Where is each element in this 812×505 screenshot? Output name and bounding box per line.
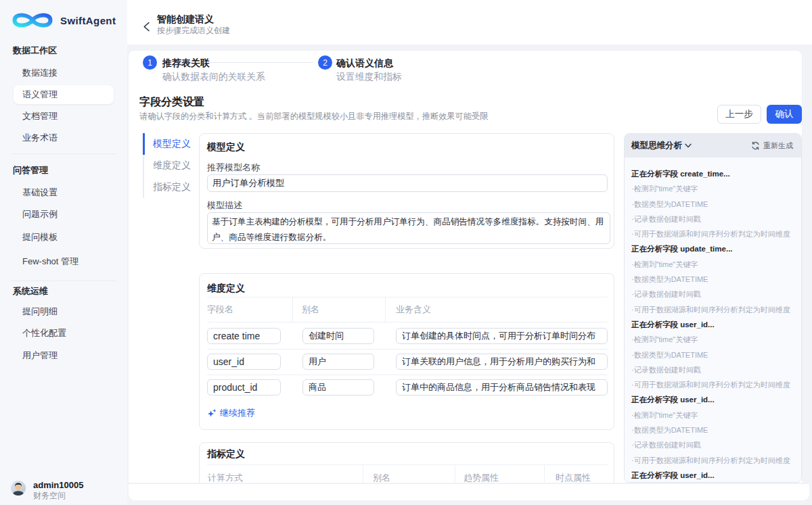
nav-section-data-workspace: 数据工作区 — [13, 45, 57, 57]
column-calc-method: 计算方式 — [208, 465, 243, 483]
column-trend-attribute: 趋势属性 — [464, 465, 499, 483]
analysis-line: ·可用于数据湖源和时间序列分析判定为时间维度 — [631, 377, 794, 392]
column-separator — [292, 297, 293, 322]
analysis-panel-header[interactable]: 模型思维分析 重新生成 — [625, 134, 801, 158]
analysis-line: 正在分析字段 user_id... — [631, 317, 794, 332]
header-title: 智能创建语义 — [157, 14, 214, 26]
sidebar-item-business-terms[interactable]: 业务术语 — [14, 128, 114, 147]
previous-step-button[interactable]: 上一步 — [717, 105, 761, 124]
column-separator — [385, 297, 386, 322]
tab-model-definition[interactable]: 模型定义 — [143, 133, 204, 155]
step-1-label: 推荐表关联 — [162, 57, 210, 70]
header-subtitle: 按步骤完成语义创建 — [157, 25, 230, 37]
nav-divider-1 — [11, 153, 116, 154]
metric-definition-title: 指标定义 — [207, 448, 245, 460]
column-separator — [544, 465, 545, 483]
model-analysis-panel: 模型思维分析 重新生成 正在分析字段 create_time... — [624, 133, 802, 483]
dimension-table-header: 字段名 别名 业务含义 — [207, 297, 608, 322]
sidebar-item-question-detail[interactable]: 提问明细 — [14, 302, 114, 321]
sidebar-item-basic-settings[interactable]: 基础设置 — [14, 183, 114, 202]
analysis-line: 正在分析字段 create_time... — [631, 166, 794, 181]
footer-bar — [129, 484, 809, 500]
regenerate-button[interactable]: 重新生成 — [751, 141, 793, 151]
analysis-line: ·记录数据创建时间戳 — [631, 287, 794, 302]
step-2-description: 设置维度和指标 — [336, 71, 402, 83]
main-content: 1 推荐表关联 确认数据表间的关联关系 2 确认语义信息 设置维度和指标 字段分… — [129, 51, 802, 483]
user-row[interactable]: admin10005 财务空间 — [11, 480, 119, 498]
column-alias: 别名 — [373, 465, 390, 483]
model-description-label: 模型描述 — [207, 199, 242, 212]
analysis-line: ·记录数据创建时间戳 — [631, 437, 794, 452]
dimension-alias-input[interactable] — [302, 354, 374, 370]
analysis-panel-title: 模型思维分析 — [631, 140, 682, 151]
column-business-meaning: 业务含义 — [396, 297, 431, 322]
analysis-line: ·数据类型为DATETIME — [631, 272, 794, 287]
user-workspace: 财务空间 — [33, 490, 66, 502]
continue-recommend-link[interactable]: 继续推荐 — [207, 408, 255, 418]
page-title: 字段分类设置 — [139, 95, 204, 110]
model-definition-title: 模型定义 — [207, 141, 245, 153]
analysis-line: ·可用于数据湖源和时间序列分析判定为时间维度 — [631, 226, 794, 241]
dimension-field-input[interactable] — [207, 354, 281, 370]
step-1-description: 确认数据表间的关联关系 — [162, 71, 265, 83]
chevron-down-icon — [685, 143, 692, 148]
brand-infinity-icon — [12, 9, 53, 32]
column-field-name: 字段名 — [207, 297, 233, 322]
analysis-line: ·检测到"time"关键字 — [631, 332, 794, 347]
chevron-left-icon — [143, 22, 150, 32]
page-subtitle: 请确认字段的分类和计算方式 。当前部署的模型规模较小且非专用推理模型，推断效果可… — [139, 111, 488, 122]
sidebar-item-question-examples[interactable]: 问题示例 — [14, 205, 114, 224]
model-name-label: 推荐模型名称 — [207, 162, 260, 174]
continue-recommend-label: 继续推荐 — [220, 407, 255, 419]
analysis-line: ·记录数据创建时间戳 — [631, 362, 794, 377]
dimension-meaning-input[interactable] — [396, 379, 608, 395]
dimension-alias-input[interactable] — [302, 328, 374, 344]
dimension-field-input[interactable] — [207, 328, 281, 344]
model-description-textarea[interactable]: 基于订单主表构建的分析模型，可用于分析用户订单行为、商品销告情况等多维度指标。支… — [207, 212, 610, 244]
tab-metric-definition[interactable]: 指标定义 — [143, 176, 204, 198]
analysis-line: ·检测到"time"关键字 — [631, 408, 794, 423]
analysis-line: ·数据类型为DATETIME — [631, 347, 794, 362]
dimension-meaning-input[interactable] — [396, 328, 608, 344]
model-definition-card: 模型定义 推荐模型名称 模型描述 基于订单主表构建的分析模型，可用于分析用户订单… — [199, 133, 614, 249]
step-1-circle: 1 — [143, 55, 157, 70]
analysis-line: ·数据类型为DATETIME — [631, 197, 794, 212]
refresh-icon — [751, 141, 760, 150]
sidebar-item-semantic-management[interactable]: 语义管理 — [14, 85, 114, 104]
analysis-line: ·检测到"time"关键字 — [631, 181, 794, 196]
user-name: admin10005 — [33, 480, 83, 490]
sidebar: SwiftAgent 数据工作区 数据连接 语义管理 文档管理 业务术语 问答管… — [0, 0, 127, 505]
metric-definition-card: 指标定义 计算方式 别名 趋势属性 时点属性 — [199, 442, 614, 483]
step-2-label: 确认语义信息 — [336, 57, 393, 70]
sidebar-item-document-management[interactable]: 文档管理 — [14, 107, 114, 126]
analysis-line: ·记录数据创建时间戳 — [631, 212, 794, 226]
nav-divider-2 — [11, 281, 116, 281]
back-button[interactable] — [139, 19, 154, 34]
nav-section-qa-management: 问答管理 — [13, 164, 48, 176]
analysis-line: ·检测到"time"关键字 — [631, 257, 794, 272]
section-tabs: 模型定义 维度定义 指标定义 — [143, 133, 204, 198]
model-name-input[interactable] — [207, 174, 608, 192]
dimension-field-input[interactable] — [207, 379, 281, 395]
dimension-definition-card: 维度定义 字段名 别名 业务含义 继续推荐 — [199, 273, 614, 430]
analysis-line: ·可用于数据湖源和时间序列分析判定为时间维度 — [631, 302, 794, 317]
sidebar-item-data-connection[interactable]: 数据连接 — [14, 64, 114, 82]
sidebar-item-fewshot-management[interactable]: Few-shot 管理 — [14, 252, 114, 271]
analysis-line: 正在分析字段 user_id... — [631, 468, 794, 483]
tab-dimension-definition[interactable]: 维度定义 — [143, 155, 204, 176]
dimension-meaning-input[interactable] — [396, 354, 608, 370]
sidebar-item-question-templates[interactable]: 提问模板 — [14, 228, 114, 247]
sidebar-item-user-management[interactable]: 用户管理 — [14, 346, 114, 365]
regenerate-label: 重新生成 — [763, 141, 793, 151]
step-connector-line — [209, 62, 313, 63]
dimension-definition-title: 维度定义 — [207, 283, 245, 295]
row-separator — [207, 375, 608, 375]
row-separator — [207, 349, 608, 350]
confirm-button[interactable]: 确认 — [767, 105, 802, 124]
analysis-line: 正在分析字段 user_id... — [631, 392, 794, 407]
dimension-alias-input[interactable] — [302, 379, 374, 395]
analysis-line: ·可用于数据湖源和时间序列分析判定为时间维度 — [631, 453, 794, 468]
page-header: 智能创建语义 按步骤完成语义创建 — [127, 0, 812, 45]
column-time-point-attribute: 时点属性 — [556, 465, 591, 483]
sidebar-item-personalization[interactable]: 个性化配置 — [14, 324, 114, 343]
